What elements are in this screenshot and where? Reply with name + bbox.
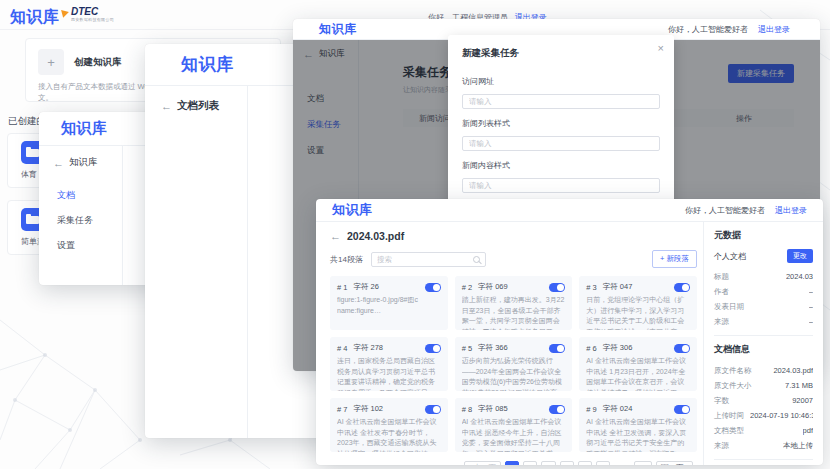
meta-value: – [809, 317, 813, 326]
info-label: 文档类型 [714, 426, 744, 436]
page-button-3[interactable]: 3 [541, 461, 555, 465]
paragraph-count: 共14段落 [330, 254, 363, 265]
window-document-viewer: 知识库 你好，人工智能爱好者 退出登录 ← 2024.03.pdf 共14段落 … [316, 199, 823, 465]
meta-value: – [809, 287, 813, 296]
para-chars: 字符 306 [603, 343, 633, 353]
company-logo: DTEC 西安数据科技有限公司 [64, 6, 124, 22]
sidebar-item-settings[interactable]: 设置 [39, 233, 122, 258]
page-button-36[interactable]: 36 [634, 461, 652, 465]
paragraph-card[interactable]: # 9字符 024 AI 金社讯云南全国烟草工作会议中讯述 全社卫发强调，要深入… [579, 398, 697, 452]
para-text: AI 金社讯云南全国烟草工作会议中讯述 金社发布于春分时节，2023年，西藏交通… [337, 417, 441, 452]
enable-toggle[interactable] [425, 405, 441, 414]
base-app-logo: 知识库 [10, 7, 60, 28]
app-stage: 知识库 DTEC 西安数据科技有限公司 你好，工程信息管理员 退出登录 + 创建… [0, 0, 830, 469]
search-icon [473, 256, 480, 263]
logo-swoosh-icon [61, 8, 70, 18]
para-id: # 9 [586, 405, 596, 414]
sidebar-item-collect[interactable]: 采集任务 [39, 208, 122, 233]
new-paragraph-button[interactable]: + 新段落 [652, 250, 697, 268]
paragraph-card[interactable]: # 4字符 278 连日，国家税务总局西藏自治区税务局认真学习贯彻习近平总书记重… [330, 337, 448, 391]
para-chars: 字符 047 [603, 282, 633, 292]
window-title: 知识库 [319, 21, 357, 38]
search-input[interactable] [377, 255, 473, 264]
window-header: 知识库 你好，人工智能爱好者 退出登录 [316, 199, 823, 222]
plus-icon: + [38, 49, 64, 75]
paragraph-card[interactable]: # 2字符 069 踏上新征程，建功再出发。3月22日至23日，全国各级工会干部… [455, 276, 573, 330]
back-arrow-icon[interactable]: ← [330, 230, 341, 242]
logout-link[interactable]: 退出登录 [758, 24, 790, 35]
back-nav[interactable]: ← 文档列表 [145, 86, 247, 113]
back-nav[interactable]: ← 知识库 [39, 146, 122, 183]
para-id: # 3 [586, 283, 596, 292]
para-text: 日前，党组理论学习中心组（扩大）进行集中学习，深入学习习近平总书记关于工人阶级和… [586, 295, 690, 330]
paragraph-card[interactable]: # 8字符 085 AI 金社讯云南全国烟草工作会议中讯述 据悉经今年上升，自治… [455, 398, 573, 452]
paragraph-card[interactable]: # 7字符 102 AI 金社讯云南全国烟草工作会议中讯述 金社发布于春分时节，… [330, 398, 448, 452]
doc-main: ← 2024.03.pdf 共14段落 + 新段落 # 1字符 26 figur… [316, 222, 703, 465]
para-id: # 8 [462, 405, 472, 414]
close-icon[interactable]: × [658, 42, 664, 54]
url-input[interactable] [462, 94, 660, 109]
info-value: 7.31 MB [785, 381, 813, 390]
prev-page-button[interactable]: ‹ 上一页 [464, 461, 501, 465]
para-text: figure:1-figure-0.jpg/8#图c name:figure… [337, 295, 441, 316]
meta-label: 来源 [714, 317, 729, 327]
search-box [371, 252, 486, 267]
back-label: 知识库 [69, 156, 98, 169]
kb-nav-sidebar: ← 知识库 文档 采集任务 设置 [39, 146, 123, 285]
field-label-content-style: 新闻内容样式 [462, 160, 660, 171]
paragraph-grid: # 1字符 26 figure:1-figure-0.jpg/8#图c name… [330, 276, 697, 452]
para-chars: 字符 366 [478, 343, 508, 353]
page-button-2[interactable]: 2 [523, 461, 537, 465]
page-ellipsis: ··· [614, 461, 630, 465]
change-button[interactable]: 更改 [787, 249, 813, 263]
enable-toggle[interactable] [549, 405, 565, 414]
enable-toggle[interactable] [549, 283, 565, 292]
back-arrow-icon: ← [53, 157, 64, 169]
page-button-1[interactable]: 1 [505, 461, 519, 465]
meta-label: 作者 [714, 287, 729, 297]
next-page-button[interactable]: 下一页 › [656, 461, 693, 465]
enable-toggle[interactable] [674, 283, 690, 292]
doc-meta-sidebar: 元数据 个人文档 更改 标题2024.03 作者– 发表日期– 来源– 文档信息… [703, 222, 823, 465]
info-value: 2024-07-19 10:46:36 [750, 411, 813, 420]
content-style-input[interactable] [462, 178, 660, 193]
para-text: AI 金社讯云南全国烟草工作会议中讯述 据悉经今年上升，自治区党委，要全面做好坚… [462, 417, 566, 452]
enable-toggle[interactable] [425, 344, 441, 353]
para-chars: 字符 069 [478, 282, 508, 292]
meta-label: 发表日期 [714, 302, 744, 312]
info-label: 来源 [714, 441, 729, 451]
paragraph-card[interactable]: # 1字符 26 figure:1-figure-0.jpg/8#图c name… [330, 276, 448, 330]
logout-link[interactable]: 退出登录 [775, 205, 807, 216]
enable-toggle[interactable] [674, 344, 690, 353]
doc-info-heading: 文档信息 [714, 343, 813, 356]
company-logo-tagline: 西安数据科技有限公司 [71, 17, 124, 22]
para-chars: 字符 278 [353, 343, 383, 353]
page-button-4[interactable]: 4 [560, 461, 574, 465]
enable-toggle[interactable] [425, 283, 441, 292]
para-text: AI 金社讯云南全国烟草工作会议中讯述 全社卫发强调，要深入贯彻习近平总书记关于… [586, 417, 690, 452]
info-value: pdf [803, 426, 813, 435]
page-button-6[interactable]: 6 [596, 461, 610, 465]
enable-toggle[interactable] [674, 405, 690, 414]
metadata-heading: 元数据 [714, 229, 813, 242]
page-button-5[interactable]: 5 [578, 461, 592, 465]
window-title: 知识库 [332, 201, 373, 219]
paragraph-card[interactable]: # 5字符 366 迈步向前为弘扬光荣传统践行——2024年全国两会工作会议全国… [455, 337, 573, 391]
paragraph-card[interactable]: # 6字符 306 AI 金社讯云南全国烟草工作会议中讯述 1月23日召开，20… [579, 337, 697, 391]
paragraph-card[interactable]: # 3字符 047 日前，党组理论学习中心组（扩大）进行集中学习，深入学习习近平… [579, 276, 697, 330]
sidebar-item-docs[interactable]: 文档 [39, 183, 122, 208]
para-id: # 2 [462, 283, 472, 292]
para-text: 迈步向前为弘扬光荣传统践行——2024年全国两会工作会议全国劳动模范(6)中国劳… [462, 356, 566, 391]
para-id: # 5 [462, 344, 472, 353]
list-style-input[interactable] [462, 136, 660, 151]
para-id: # 4 [337, 344, 347, 353]
meta-value: – [809, 302, 813, 311]
info-value: 本地上传 [783, 441, 813, 451]
user-greeting: 你好，人工智能爱好者 [685, 205, 765, 216]
para-chars: 字符 26 [353, 282, 378, 292]
info-label: 字数 [714, 396, 729, 406]
create-kb-title: 创建知识库 [74, 56, 122, 69]
info-label: 原文件大小 [714, 381, 752, 391]
enable-toggle[interactable] [549, 344, 565, 353]
doc-list-sidebar: ← 文档列表 [145, 86, 248, 438]
